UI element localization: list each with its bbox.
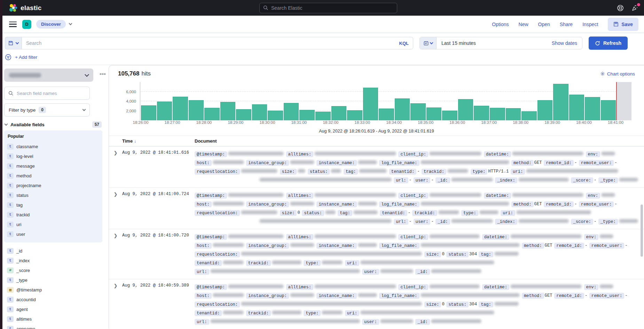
field-item-_index[interactable]: t _index bbox=[7, 256, 100, 265]
news-party-popper-icon[interactable] bbox=[631, 5, 638, 11]
doc-field-badge[interactable]: size: bbox=[424, 302, 441, 307]
doc-field-badge[interactable]: uri: bbox=[501, 210, 515, 216]
histogram-bar[interactable] bbox=[252, 104, 267, 120]
doc-field-badge[interactable]: remote_user: bbox=[589, 243, 625, 249]
doc-field-badge[interactable]: datetime: bbox=[484, 193, 511, 199]
field-item-status[interactable]: t status bbox=[7, 190, 100, 200]
doc-field-badge[interactable]: tag: bbox=[479, 302, 493, 307]
doc-field-badge[interactable]: size: bbox=[280, 210, 297, 216]
doc-field-badge[interactable]: env: bbox=[584, 284, 599, 290]
table-scrollbar[interactable] bbox=[641, 204, 643, 257]
data-view-selector[interactable] bbox=[4, 69, 93, 82]
field-item-log-level[interactable]: t log-level bbox=[7, 151, 100, 161]
histogram-bar[interactable] bbox=[299, 110, 315, 120]
save-button[interactable]: Save bbox=[608, 18, 638, 31]
histogram-bar[interactable] bbox=[569, 95, 584, 120]
doc-field-badge[interactable]: client_ip: bbox=[398, 234, 428, 240]
doc-field-badge[interactable]: size: bbox=[424, 251, 441, 257]
doc-field-badge[interactable]: status: bbox=[446, 302, 469, 307]
histogram-bar[interactable] bbox=[426, 107, 442, 120]
histogram-bar[interactable] bbox=[141, 105, 156, 120]
histogram-bar[interactable] bbox=[537, 100, 553, 120]
histogram-bar[interactable] bbox=[189, 100, 204, 120]
field-item-@timestamp[interactable]: ▦ @timestamp bbox=[7, 285, 100, 295]
doc-field-badge[interactable]: remote_user: bbox=[579, 160, 614, 166]
time-column-header[interactable]: Time bbox=[122, 138, 133, 144]
field-item-user[interactable]: t user bbox=[7, 229, 100, 239]
field-item-agent[interactable]: t agent bbox=[7, 304, 100, 314]
histogram-bar[interactable] bbox=[236, 109, 251, 120]
histogram-bar[interactable] bbox=[601, 100, 616, 120]
doc-field-badge[interactable]: type: bbox=[471, 169, 488, 175]
doc-field-badge[interactable]: client_ip: bbox=[398, 193, 428, 199]
doc-field-badge[interactable]: tenantid: bbox=[195, 260, 222, 266]
doc-field-badge[interactable]: instance_name: bbox=[316, 243, 356, 249]
doc-field-badge[interactable]: tenantid: bbox=[380, 210, 407, 216]
doc-field-badge[interactable]: type: bbox=[304, 260, 321, 266]
doc-field-badge[interactable]: _index: bbox=[495, 177, 517, 183]
doc-field-badge[interactable]: _score: bbox=[571, 219, 593, 225]
doc-field-badge[interactable]: datetime: bbox=[484, 151, 511, 157]
histogram-bar[interactable] bbox=[173, 97, 188, 120]
doc-field-badge[interactable]: env: bbox=[584, 234, 599, 240]
add-filter-button[interactable]: + Add filter bbox=[15, 55, 37, 60]
field-item-_id[interactable]: t _id bbox=[7, 246, 100, 256]
expand-row-icon[interactable]: ❯ bbox=[109, 282, 122, 326]
doc-field-badge[interactable]: method: bbox=[511, 201, 534, 207]
menu-icon[interactable] bbox=[9, 22, 17, 27]
field-item-alltimes[interactable]: t alltimes bbox=[7, 314, 100, 324]
histogram-bar[interactable] bbox=[284, 103, 299, 120]
doc-field-badge[interactable]: @timestamp: bbox=[195, 284, 227, 290]
histogram-bar[interactable] bbox=[268, 111, 283, 120]
field-item-message[interactable]: t message bbox=[7, 161, 100, 171]
share-link[interactable]: Share bbox=[560, 22, 573, 27]
doc-field-badge[interactable]: alltimes: bbox=[286, 151, 313, 157]
doc-field-badge[interactable]: host: bbox=[195, 201, 212, 207]
field-item-projectname[interactable]: t projectname bbox=[7, 180, 100, 190]
doc-field-badge[interactable]: method: bbox=[522, 293, 544, 299]
show-dates-link[interactable]: Show dates bbox=[552, 40, 582, 46]
doc-field-badge[interactable]: _id: bbox=[415, 319, 430, 325]
open-link[interactable]: Open bbox=[538, 22, 550, 27]
expand-row-icon[interactable]: ❯ bbox=[109, 150, 122, 184]
available-fields-header[interactable]: Available fields 57 bbox=[4, 121, 102, 128]
breadcrumb-chevron-icon[interactable] bbox=[69, 22, 72, 25]
options-link[interactable]: Options bbox=[492, 22, 509, 27]
doc-field-badge[interactable]: remote_id: bbox=[554, 293, 584, 299]
histogram-bar[interactable] bbox=[395, 98, 410, 120]
histogram-bar[interactable] bbox=[331, 106, 347, 120]
doc-field-badge[interactable]: uri: bbox=[345, 310, 360, 316]
doc-field-badge[interactable]: tenantid: bbox=[389, 169, 416, 175]
doc-field-badge[interactable]: tenantid: bbox=[195, 310, 222, 316]
doc-field-badge[interactable]: host: bbox=[195, 243, 212, 249]
chart-options-button[interactable]: Chart options bbox=[600, 71, 635, 77]
doc-field-badge[interactable]: env: bbox=[586, 151, 600, 157]
histogram-bar[interactable] bbox=[220, 102, 236, 120]
doc-field-badge[interactable]: alltimes: bbox=[286, 234, 313, 240]
histogram-bar[interactable] bbox=[204, 108, 220, 120]
doc-field-badge[interactable]: log_file_name: bbox=[379, 201, 419, 207]
doc-field-badge[interactable]: instance_group: bbox=[246, 201, 289, 207]
doc-field-badge[interactable]: requestlocation: bbox=[195, 251, 240, 257]
elastic-logo[interactable]: elastic bbox=[8, 3, 42, 13]
doc-field-badge[interactable]: client_ip: bbox=[398, 151, 428, 157]
doc-field-badge[interactable]: host: bbox=[195, 293, 212, 299]
time-range-value[interactable]: Last 15 minutes bbox=[437, 40, 552, 46]
histogram-bar[interactable] bbox=[553, 84, 568, 120]
query-input[interactable]: Search KQL bbox=[22, 37, 413, 49]
doc-field-badge[interactable]: instance_group: bbox=[246, 243, 289, 249]
histogram-bar[interactable] bbox=[490, 108, 505, 120]
doc-field-badge[interactable]: _id: bbox=[435, 219, 450, 225]
doc-field-badge[interactable]: instance_name: bbox=[316, 293, 356, 299]
doc-field-badge[interactable]: _type: bbox=[598, 177, 618, 183]
field-stats-icon[interactable] bbox=[100, 73, 105, 75]
field-item-method[interactable]: t method bbox=[7, 171, 100, 180]
doc-field-badge[interactable]: _score: bbox=[571, 177, 593, 183]
filter-icon[interactable] bbox=[5, 54, 11, 61]
doc-field-badge[interactable]: type: bbox=[461, 210, 478, 216]
histogram-bar[interactable] bbox=[363, 88, 378, 120]
doc-field-badge[interactable]: @timestamp: bbox=[195, 193, 227, 199]
doc-field-badge[interactable]: remote_user: bbox=[579, 201, 614, 207]
doc-field-badge[interactable]: @timestamp: bbox=[195, 151, 227, 157]
doc-field-badge[interactable]: datetime: bbox=[482, 234, 509, 240]
